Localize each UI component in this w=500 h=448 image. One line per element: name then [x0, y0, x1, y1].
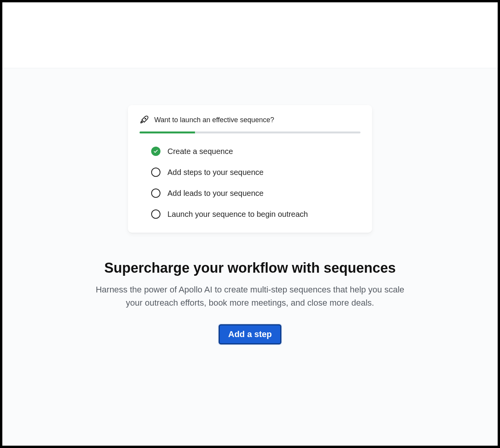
checklist-item-add-leads[interactable]: Add leads to your sequence	[151, 189, 360, 198]
check-icon	[151, 147, 160, 156]
unchecked-icon	[151, 209, 160, 219]
hero-subtext: Harness the power of Apollo AI to create…	[91, 283, 409, 310]
checklist: Create a sequence Add steps to your sequ…	[140, 147, 360, 219]
checklist-item-label: Add leads to your sequence	[167, 189, 264, 198]
progress-bar	[140, 131, 360, 133]
unchecked-icon	[151, 189, 160, 198]
unchecked-icon	[151, 168, 160, 177]
add-step-button[interactable]: Add a step	[219, 324, 281, 344]
card-title: Want to launch an effective sequence?	[154, 116, 274, 124]
rocket-icon	[140, 115, 149, 125]
hero-heading: Supercharge your workflow with sequences	[91, 260, 409, 276]
app-frame: Want to launch an effective sequence? Cr…	[0, 0, 500, 448]
progress-fill	[140, 131, 195, 133]
svg-point-0	[145, 118, 146, 119]
add-step-button-label: Add a step	[228, 329, 272, 339]
checklist-item-label: Create a sequence	[167, 147, 233, 156]
main-content: Want to launch an effective sequence? Cr…	[2, 68, 498, 446]
checklist-item-label: Launch your sequence to begin outreach	[167, 210, 308, 219]
hero-section: Supercharge your workflow with sequences…	[91, 260, 409, 310]
checklist-item-label: Add steps to your sequence	[167, 168, 264, 177]
top-bar	[2, 2, 498, 68]
checklist-item-add-steps[interactable]: Add steps to your sequence	[151, 168, 360, 177]
onboarding-checklist-card: Want to launch an effective sequence? Cr…	[128, 105, 372, 233]
checklist-item-create-sequence[interactable]: Create a sequence	[151, 147, 360, 156]
card-header: Want to launch an effective sequence?	[140, 115, 360, 125]
checklist-item-launch[interactable]: Launch your sequence to begin outreach	[151, 209, 360, 219]
